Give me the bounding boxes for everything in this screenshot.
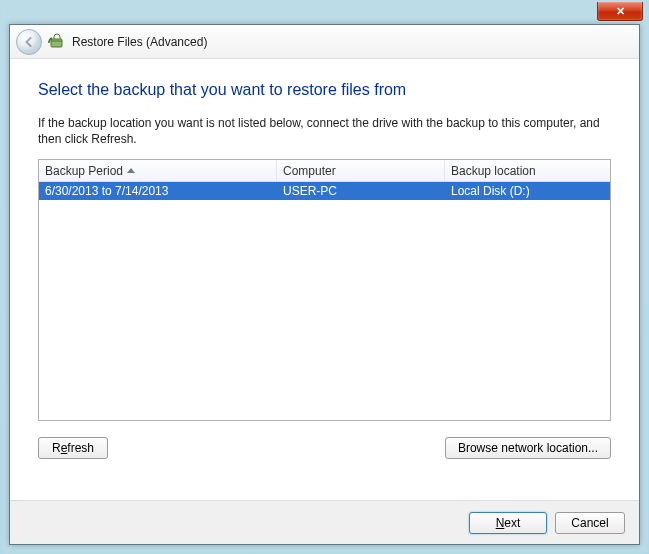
- sort-ascending-icon: [127, 168, 135, 173]
- back-button[interactable]: [16, 29, 42, 55]
- column-backup-location[interactable]: Backup location: [445, 160, 610, 181]
- wizard-window: Restore Files (Advanced) Select the back…: [9, 24, 640, 545]
- next-button[interactable]: Next: [469, 512, 547, 534]
- list-header: Backup Period Computer Backup location: [39, 160, 610, 182]
- wizard-footer: Next Cancel: [10, 500, 639, 544]
- back-arrow-icon: [22, 35, 36, 49]
- cancel-button[interactable]: Cancel: [555, 512, 625, 534]
- column-label: Backup Period: [45, 164, 123, 178]
- cell-backup-location: Local Disk (D:): [445, 184, 610, 198]
- close-icon: ✕: [616, 5, 625, 18]
- cell-computer: USER-PC: [277, 184, 445, 198]
- close-button[interactable]: ✕: [597, 2, 643, 21]
- svg-rect-0: [51, 39, 62, 47]
- browse-network-location-button[interactable]: Browse network location...: [445, 437, 611, 459]
- page-heading: Select the backup that you want to resto…: [38, 81, 611, 99]
- wizard-header: Restore Files (Advanced): [10, 25, 639, 59]
- cell-backup-period: 6/30/2013 to 7/14/2013: [39, 184, 277, 198]
- restore-icon: [48, 33, 66, 51]
- column-backup-period[interactable]: Backup Period: [39, 160, 277, 181]
- column-computer[interactable]: Computer: [277, 160, 445, 181]
- column-label: Computer: [283, 164, 336, 178]
- column-label: Backup location: [451, 164, 536, 178]
- refresh-button[interactable]: Refresh: [38, 437, 108, 459]
- wizard-title: Restore Files (Advanced): [72, 35, 207, 49]
- instruction-text: If the backup location you want is not l…: [38, 115, 611, 147]
- backup-list: Backup Period Computer Backup location 6…: [38, 159, 611, 421]
- table-row[interactable]: 6/30/2013 to 7/14/2013USER-PCLocal Disk …: [39, 182, 610, 200]
